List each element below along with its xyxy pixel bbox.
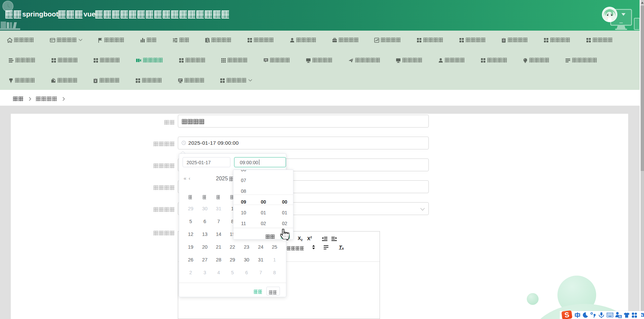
- svg-text:15: 15: [619, 315, 621, 318]
